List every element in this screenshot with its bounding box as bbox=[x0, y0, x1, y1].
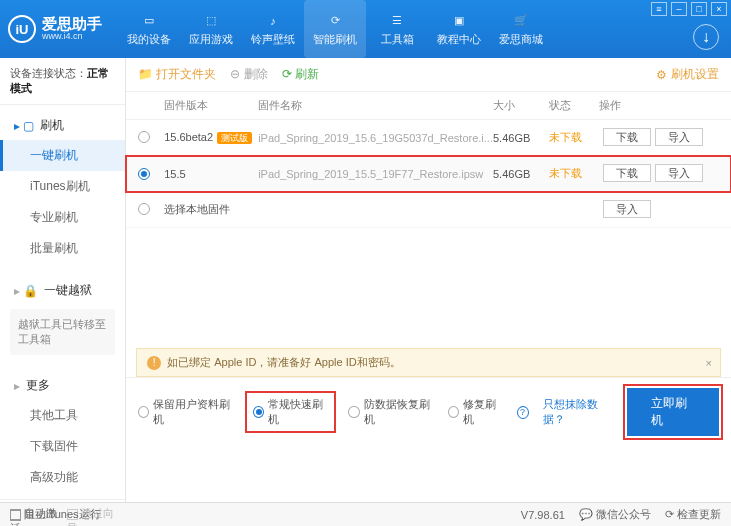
flash-icon: ⟳ bbox=[326, 12, 344, 30]
content-toolbar: 📁 打开文件夹 ⊖ 删除 ⟳ 刷新 ⚙刷机设置 bbox=[126, 58, 731, 92]
firmware-row[interactable]: 15.6beta2测试版 iPad_Spring_2019_15.6_19G50… bbox=[126, 120, 731, 156]
row-radio[interactable] bbox=[138, 131, 150, 143]
warning-icon: ! bbox=[147, 356, 161, 370]
fw-name: iPad_Spring_2019_15.5_19F77_Restore.ipsw bbox=[258, 168, 493, 180]
erase-only-link[interactable]: 只想抹除数据？ bbox=[543, 397, 614, 427]
sidebar-item-dlfw[interactable]: 下载固件 bbox=[0, 431, 125, 462]
download-button[interactable]: 下载 bbox=[603, 164, 651, 182]
sidebar-item-other[interactable]: 其他工具 bbox=[0, 400, 125, 431]
sidebar: 设备连接状态：正常模式 ▸ ▢刷机 一键刷机 iTunes刷机 专业刷机 批量刷… bbox=[0, 58, 126, 502]
flash-settings-button[interactable]: ⚙刷机设置 bbox=[656, 66, 719, 83]
nav-ringtone[interactable]: ♪铃声壁纸 bbox=[242, 0, 304, 58]
beta-badge: 测试版 bbox=[217, 132, 252, 144]
import-button[interactable]: 导入 bbox=[603, 200, 651, 218]
chevron-icon: ▸ bbox=[14, 379, 20, 393]
content: 📁 打开文件夹 ⊖ 删除 ⟳ 刷新 ⚙刷机设置 固件版本 固件名称 大小 状态 … bbox=[126, 58, 731, 502]
start-flash-button[interactable]: 立即刷机 bbox=[627, 388, 719, 436]
refresh-button[interactable]: ⟳ 刷新 bbox=[282, 66, 319, 83]
refresh-icon: ⟳ bbox=[282, 67, 292, 81]
download-manager-button[interactable]: ↓ bbox=[693, 24, 719, 50]
close-icon[interactable]: × bbox=[706, 357, 712, 369]
square-icon: ▸ ▢ bbox=[14, 119, 34, 133]
sidebar-item-pro[interactable]: 专业刷机 bbox=[0, 202, 125, 233]
nav-apps[interactable]: ⬚应用游戏 bbox=[180, 0, 242, 58]
update-icon: ⟳ bbox=[665, 508, 674, 520]
wechat-link[interactable]: 💬 微信公众号 bbox=[579, 507, 651, 522]
fw-status: 未下载 bbox=[549, 130, 599, 145]
gear-icon: ⚙ bbox=[656, 68, 667, 82]
win-max[interactable]: □ bbox=[691, 2, 707, 16]
logo-icon: iU bbox=[8, 15, 36, 43]
music-icon: ♪ bbox=[264, 12, 282, 30]
sidebar-head-flash[interactable]: ▸ ▢刷机 bbox=[0, 111, 125, 140]
open-folder-button[interactable]: 📁 打开文件夹 bbox=[138, 66, 216, 83]
win-min[interactable]: – bbox=[671, 2, 687, 16]
app-name: 爱思助手 bbox=[42, 16, 102, 33]
sidebar-head-jailbreak[interactable]: ▸ 🔒一键越狱 bbox=[0, 276, 125, 305]
flash-mode-options: 保留用户资料刷机 常规快速刷机 防数据恢复刷机 修复刷机 ? 只想抹除数据？ 立… bbox=[126, 377, 731, 446]
th-status: 状态 bbox=[549, 98, 599, 113]
block-itunes-checkbox[interactable]: 阻止iTunes运行 bbox=[10, 507, 101, 522]
import-button[interactable]: 导入 bbox=[655, 164, 703, 182]
import-button[interactable]: 导入 bbox=[655, 128, 703, 146]
th-ops: 操作 bbox=[599, 98, 719, 113]
titlebar: iU 爱思助手 www.i4.cn ▭我的设备 ⬚应用游戏 ♪铃声壁纸 ⟳智能刷… bbox=[0, 0, 731, 58]
fw-size: 5.46GB bbox=[493, 168, 549, 180]
delete-icon: ⊖ bbox=[230, 67, 240, 81]
table-header: 固件版本 固件名称 大小 状态 操作 bbox=[126, 92, 731, 120]
wechat-icon: 💬 bbox=[579, 508, 593, 520]
sidebar-item-batch[interactable]: 批量刷机 bbox=[0, 233, 125, 264]
fw-size: 5.46GB bbox=[493, 132, 549, 144]
sidebar-head-more[interactable]: ▸更多 bbox=[0, 371, 125, 400]
row-radio[interactable] bbox=[138, 203, 150, 215]
app-url: www.i4.cn bbox=[42, 32, 102, 42]
window-controls: ≡ – □ × bbox=[651, 2, 727, 16]
book-icon: ▣ bbox=[450, 12, 468, 30]
delete-button[interactable]: ⊖ 删除 bbox=[230, 66, 267, 83]
local-firmware-row[interactable]: 选择本地固件 导入 bbox=[126, 192, 731, 228]
sidebar-item-itunes[interactable]: iTunes刷机 bbox=[0, 171, 125, 202]
app-logo: iU 爱思助手 www.i4.cn bbox=[8, 15, 102, 43]
row-radio[interactable] bbox=[138, 168, 150, 180]
toolbox-icon: ☰ bbox=[388, 12, 406, 30]
nav-tools[interactable]: ☰工具箱 bbox=[366, 0, 428, 58]
win-menu[interactable]: ≡ bbox=[651, 2, 667, 16]
check-update-link[interactable]: ⟳ 检查更新 bbox=[665, 507, 721, 522]
main-nav: ▭我的设备 ⬚应用游戏 ♪铃声壁纸 ⟳智能刷机 ☰工具箱 ▣教程中心 🛒爱思商城 bbox=[118, 0, 552, 58]
th-name: 固件名称 bbox=[258, 98, 493, 113]
fw-status: 未下载 bbox=[549, 166, 599, 181]
folder-icon: 📁 bbox=[138, 67, 153, 81]
jailbreak-note: 越狱工具已转移至工具箱 bbox=[10, 309, 115, 355]
nav-tutorial[interactable]: ▣教程中心 bbox=[428, 0, 490, 58]
firmware-row[interactable]: 15.5 iPad_Spring_2019_15.5_19F77_Restore… bbox=[126, 156, 731, 192]
download-button[interactable]: 下载 bbox=[603, 128, 651, 146]
opt-repair[interactable]: 修复刷机 bbox=[448, 397, 503, 427]
download-icon: ↓ bbox=[702, 28, 710, 46]
appleid-warning: ! 如已绑定 Apple ID，请准备好 Apple ID和密码。 × bbox=[136, 348, 721, 377]
th-size: 大小 bbox=[493, 98, 549, 113]
lock-icon: ▸ 🔒 bbox=[14, 284, 38, 298]
opt-normal[interactable]: 常规快速刷机 bbox=[247, 393, 334, 431]
sidebar-item-oneclick[interactable]: 一键刷机 bbox=[0, 140, 125, 171]
nav-store[interactable]: 🛒爱思商城 bbox=[490, 0, 552, 58]
connection-status: 设备连接状态：正常模式 bbox=[0, 58, 125, 105]
nav-flash[interactable]: ⟳智能刷机 bbox=[304, 0, 366, 58]
win-close[interactable]: × bbox=[711, 2, 727, 16]
th-version: 固件版本 bbox=[164, 98, 258, 113]
version-label: V7.98.61 bbox=[521, 509, 565, 521]
opt-antirecovery[interactable]: 防数据恢复刷机 bbox=[348, 397, 433, 427]
nav-device[interactable]: ▭我的设备 bbox=[118, 0, 180, 58]
apps-icon: ⬚ bbox=[202, 12, 220, 30]
cart-icon: 🛒 bbox=[512, 12, 530, 30]
help-icon[interactable]: ? bbox=[517, 406, 529, 419]
opt-keepdata[interactable]: 保留用户资料刷机 bbox=[138, 397, 233, 427]
phone-icon: ▭ bbox=[140, 12, 158, 30]
fw-name: iPad_Spring_2019_15.6_19G5037d_Restore.i… bbox=[258, 132, 493, 144]
sidebar-item-advanced[interactable]: 高级功能 bbox=[0, 462, 125, 493]
